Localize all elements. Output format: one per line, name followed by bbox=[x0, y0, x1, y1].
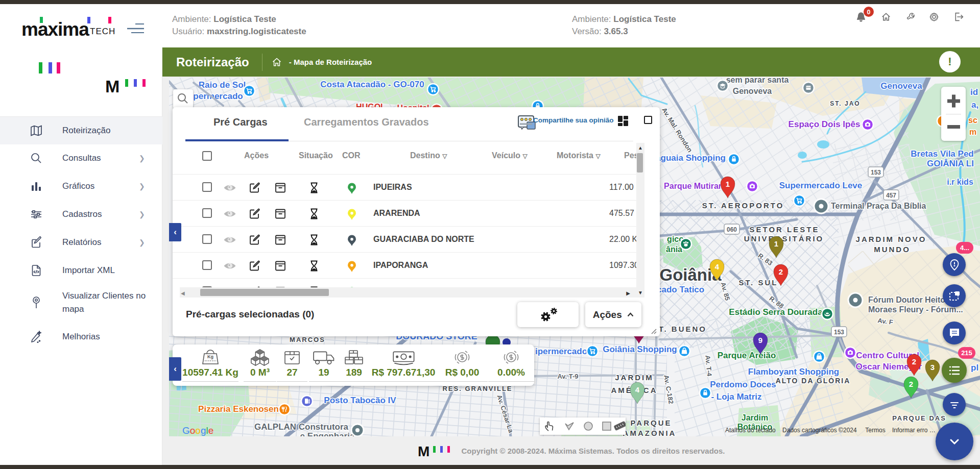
svg-text:T. BUENO: T. BUENO bbox=[659, 325, 707, 333]
svg-text:3: 3 bbox=[930, 363, 935, 372]
svg-text:JARDIM NOVO: JARDIM NOVO bbox=[856, 235, 927, 243]
svg-text:e Engenharia: e Engenharia bbox=[300, 431, 355, 436]
svg-text:0: 0 bbox=[867, 9, 871, 16]
svg-text:ALTO DA GLÓRIA: ALTO DA GLÓRIA bbox=[776, 376, 851, 385]
svg-text:457: 457 bbox=[886, 192, 896, 199]
svg-text:sem parar santa: sem parar santa bbox=[726, 78, 789, 84]
svg-text:i.r kids: i.r kids bbox=[947, 178, 973, 186]
svg-text:Goiânia Shopping: Goiânia Shopping bbox=[603, 344, 677, 354]
svg-text:- Loja Matriz: - Loja Matriz bbox=[711, 392, 761, 402]
svg-text:M: M bbox=[105, 77, 119, 96]
svg-text:Posto Tabocão IV: Posto Tabocão IV bbox=[324, 396, 396, 405]
svg-text:060: 060 bbox=[727, 226, 737, 233]
svg-text:Av. T-9: Av. T-9 bbox=[557, 373, 578, 380]
svg-text:2: 2 bbox=[909, 380, 913, 388]
svg-text:ST. SUL: ST. SUL bbox=[739, 278, 778, 287]
svg-text:GOIÂNIA LI: GOIÂNIA LI bbox=[927, 159, 974, 168]
svg-text:sc: sc bbox=[968, 116, 977, 125]
svg-text:2: 2 bbox=[779, 267, 783, 276]
svg-text:Moraes Fleury - Fórum...: Moraes Fleury - Fórum... bbox=[868, 305, 963, 314]
svg-text:Estádio Serra Dourada: Estádio Serra Dourada bbox=[729, 307, 823, 317]
svg-text:id: id bbox=[970, 87, 978, 97]
svg-text:JARDIM: JARDIM bbox=[615, 373, 654, 382]
svg-text:153: 153 bbox=[834, 329, 844, 336]
svg-text:ST. JAO: ST. JAO bbox=[830, 100, 860, 107]
svg-text:AMAZONIA: AMAZONIA bbox=[623, 429, 677, 436]
svg-text:Espaço Dois Ipês: Espaço Dois Ipês bbox=[788, 119, 861, 129]
svg-text:MARCOS: MARCOS bbox=[290, 336, 325, 343]
svg-text:Raio de Sol: Raio de Sol bbox=[199, 80, 246, 90]
svg-text:ipermercado: ipermercado bbox=[535, 347, 587, 356]
svg-text:4: 4 bbox=[635, 385, 640, 394]
svg-text:Pizzaria Eskenosen: Pizzaria Eskenosen bbox=[198, 404, 279, 414]
svg-text:Genoveva: Genoveva bbox=[733, 87, 772, 95]
svg-text:Kg: Kg bbox=[207, 354, 213, 359]
svg-text:Genoveva: Genoveva bbox=[880, 81, 922, 91]
svg-text:1: 1 bbox=[726, 180, 730, 188]
svg-text:Google: Google bbox=[182, 425, 213, 436]
svg-text:ST. AEROPORTO: ST. AEROPORTO bbox=[702, 201, 784, 210]
svg-text:MUNDO: MUNDO bbox=[874, 245, 911, 254]
svg-text:GALPLAN Construtora: GALPLAN Construtora bbox=[254, 422, 349, 432]
svg-text:UNIVERSITÁRIO: UNIVERSITÁRIO bbox=[744, 234, 824, 243]
svg-text:Parque Mutirama: Parque Mutirama bbox=[664, 182, 730, 190]
svg-text:Jardim: Jardim bbox=[742, 413, 768, 422]
svg-text:ânia: ânia bbox=[666, 245, 682, 254]
svg-text:Costa Atacadão - GO-070: Costa Atacadão - GO-070 bbox=[320, 80, 424, 89]
svg-text:Flamboyant Shopping: Flamboyant Shopping bbox=[748, 367, 840, 377]
svg-text:TECH: TECH bbox=[90, 27, 115, 36]
svg-text:maxima: maxima bbox=[21, 19, 89, 40]
svg-text:cado Tatico: cado Tatico bbox=[657, 285, 704, 294]
svg-text:4: 4 bbox=[715, 262, 720, 271]
svg-text:Terminal Praça Da Bíblia: Terminal Praça Da Bíblia bbox=[831, 202, 926, 210]
svg-text:Parque Areião: Parque Areião bbox=[718, 351, 776, 360]
svg-text:SETOR LESTE: SETOR LESTE bbox=[750, 225, 820, 234]
svg-text:153: 153 bbox=[871, 169, 881, 176]
svg-text:1: 1 bbox=[774, 239, 778, 248]
svg-text:2: 2 bbox=[912, 357, 916, 366]
svg-text:RES. GRANVILLE: RES. GRANVILLE bbox=[442, 385, 512, 392]
svg-text:Perdomo Doces: Perdomo Doces bbox=[710, 380, 776, 389]
svg-text:m: m bbox=[969, 128, 976, 136]
svg-text:pl: pl bbox=[971, 363, 978, 373]
svg-text:Fórum Doutor Heito: Fórum Doutor Heito bbox=[868, 295, 945, 304]
svg-text:Supermercado Leve: Supermercado Leve bbox=[779, 181, 863, 190]
svg-text:permercado: permercado bbox=[193, 91, 243, 101]
svg-text:PARQUE: PARQUE bbox=[630, 418, 672, 427]
svg-text:PARQUE DAS: PARQUE DAS bbox=[892, 414, 946, 422]
svg-text:M: M bbox=[418, 443, 429, 458]
svg-text:Bretas Vila Ped: Bretas Vila Ped bbox=[911, 149, 973, 159]
svg-text:a,: a, bbox=[971, 100, 978, 110]
svg-text:9: 9 bbox=[758, 336, 762, 344]
